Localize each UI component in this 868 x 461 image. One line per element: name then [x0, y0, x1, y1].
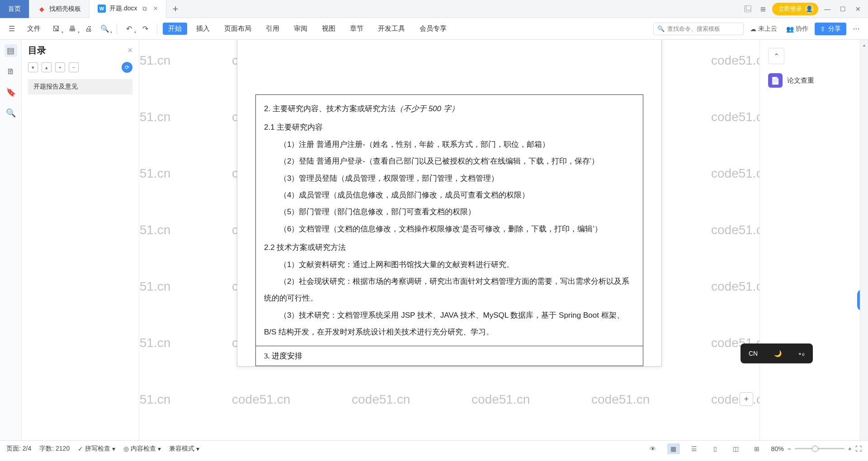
file-menu[interactable]: 文件: [22, 23, 46, 35]
list-item: （1）注册 普通用户注册-（姓名，性别，年龄，联系方式，部门，职位，邮箱）: [264, 136, 635, 153]
tab-document[interactable]: W开题.docx⧉×: [90, 0, 166, 18]
share-button[interactable]: ⇪分享: [815, 23, 846, 35]
sidebar-title: 目录: [28, 44, 46, 56]
tab-member[interactable]: 会员专享: [414, 23, 452, 35]
tab-reference[interactable]: 引用: [260, 23, 285, 35]
page-view-icon[interactable]: ▦: [667, 443, 680, 454]
list-item: （4）成员管理（成员信息修改，成员部门修改，成员可查看文档的权限）: [264, 187, 635, 203]
more-icon[interactable]: ⋯: [850, 23, 863, 35]
layout-icon[interactable]: ⿺: [741, 3, 754, 15]
share-icon: ⇪: [820, 25, 826, 33]
chevron-down-icon: ▾: [196, 445, 199, 452]
tab-view[interactable]: 视图: [316, 23, 341, 35]
close-icon[interactable]: ×: [153, 5, 157, 13]
chevron-down-icon: ▾: [112, 445, 115, 452]
document-canvas[interactable]: document.write(Array.from({length:7},(_,…: [139, 40, 760, 440]
add-page-button[interactable]: +: [740, 392, 753, 406]
sidebar-tools: ▾ ▴ + − ⟳: [28, 62, 132, 73]
zoom-slider[interactable]: [795, 448, 844, 449]
tab-start[interactable]: 开始: [163, 23, 187, 35]
undo-icon[interactable]: ↶: [123, 23, 135, 35]
toc-item[interactable]: 开题报告及意见: [28, 79, 132, 94]
print-direct-icon[interactable]: 🖨: [82, 23, 95, 35]
split-view-icon[interactable]: ◫: [730, 443, 742, 454]
tab-insert[interactable]: 插入: [191, 23, 215, 35]
spell-icon: ✓: [78, 445, 83, 452]
sidebar-close-icon[interactable]: ×: [127, 46, 132, 55]
search-panel-icon[interactable]: 🔍: [5, 107, 17, 119]
separator: [157, 24, 157, 34]
close-window-icon[interactable]: ✕: [852, 3, 864, 15]
share-label: 分享: [828, 25, 841, 33]
save-icon[interactable]: 🖫: [50, 23, 62, 35]
login-button[interactable]: 立即登录👤: [772, 3, 818, 15]
content-icon: ◎: [123, 445, 129, 452]
compat-label: 兼容模式: [169, 445, 194, 453]
tab-layout[interactable]: 页面布局: [219, 23, 257, 35]
apps-icon[interactable]: ⊞: [757, 3, 769, 15]
moon-icon: 🌙: [774, 350, 782, 357]
list-item: （2）登陆 普通用户登录-（查看自己部门以及已被授权的文档‘在线编辑，下载，打印…: [264, 153, 635, 169]
redo-icon[interactable]: ↷: [139, 23, 151, 35]
maximize-icon[interactable]: ☐: [836, 3, 849, 15]
expand-icon[interactable]: ▴: [42, 62, 52, 72]
doc-section-3: 3. 进度安排: [255, 346, 643, 366]
content-check[interactable]: ◎内容检查▾: [123, 445, 161, 453]
spell-label: 拼写检查: [85, 445, 110, 453]
word-count[interactable]: 字数: 2120: [39, 445, 70, 453]
tab-review[interactable]: 审阅: [288, 23, 313, 35]
collab-button[interactable]: 👥协作: [783, 25, 811, 33]
tab-developer[interactable]: 开发工具: [373, 23, 410, 35]
plagiarism-check[interactable]: 📄 论文查重: [760, 70, 868, 91]
new-tab-button[interactable]: +: [166, 0, 184, 18]
menu-icon[interactable]: ☰: [5, 23, 18, 35]
search-input[interactable]: 🔍查找命令、搜索模板: [653, 23, 744, 35]
zoom-value[interactable]: 80%: [771, 445, 784, 452]
chevron-down-icon: ▾: [158, 445, 161, 452]
grid-view-icon[interactable]: ⊞: [750, 443, 763, 454]
window-controls: ⿺ ⊞ 立即登录👤 — ☐ ✕: [741, 3, 868, 15]
list-item: （6）文档管理（文档的信息修改，文档操作权限修改‘是否可修改，删除，下载，打印，…: [264, 221, 635, 237]
list-item: （5）部门管理（部门信息修改，部门可查看文档的权限）: [264, 203, 635, 220]
tab-chapter[interactable]: 章节: [344, 23, 369, 35]
zoom-in-icon[interactable]: +: [848, 445, 852, 452]
zoom-out-icon[interactable]: −: [788, 445, 791, 452]
bookmark-icon[interactable]: 🔖: [5, 86, 17, 99]
popout-icon[interactable]: ⧉: [142, 5, 147, 13]
add-icon[interactable]: +: [55, 62, 65, 72]
check-icon: 📄: [768, 73, 783, 88]
document-page: 2. 主要研究内容、技术方案或研究方法（不少于 500 字） 2.1 主要研究内…: [237, 40, 662, 367]
tab-home[interactable]: 首页: [0, 0, 29, 18]
ribbon: ☰ 文件 🖫 🖶 🖨 🔍 ↶ ↷ 开始 插入 页面布局 引用 审阅 视图 章节 …: [0, 18, 868, 40]
vertical-toolbar: ▤ 🗎 🔖 🔍: [0, 40, 22, 440]
print-icon[interactable]: 🖶: [66, 23, 79, 35]
reading-mode-icon[interactable]: 👁: [646, 443, 659, 454]
sync-icon[interactable]: ⟳: [122, 62, 132, 73]
preview-icon[interactable]: 🔍: [99, 23, 111, 35]
collapse-panel-icon[interactable]: ⌃: [768, 48, 784, 64]
tab-templates[interactable]: ◆找稻壳模板: [29, 0, 90, 18]
section-note: （不少于 500 字）: [396, 104, 459, 113]
subsection: 2.2 技术方案或研究方法: [264, 239, 635, 256]
page-icon[interactable]: 🗎: [5, 65, 17, 78]
fit-icon[interactable]: ⛶: [855, 445, 862, 452]
ime-lang: CN: [749, 350, 758, 357]
minimize-icon[interactable]: —: [821, 3, 834, 15]
collapse-icon[interactable]: ▾: [28, 62, 38, 72]
cloud-status[interactable]: ☁未上云: [747, 25, 780, 33]
collab-icon: 👥: [786, 25, 794, 33]
ime-indicator[interactable]: CN🌙∘₀: [741, 343, 813, 363]
outline-view-icon[interactable]: ☰: [688, 443, 701, 454]
web-view-icon[interactable]: ▯: [709, 443, 722, 454]
right-panel: ⌃ 📄 论文查重: [760, 40, 868, 440]
list-item: （1）文献资料研究：通过上网和图书馆找大量的文献资料进行研究。: [264, 256, 635, 273]
remove-icon[interactable]: −: [69, 62, 79, 72]
outline-icon[interactable]: ▤: [5, 44, 17, 57]
search-placeholder: 查找命令、搜索模板: [667, 25, 720, 33]
tab-bar: 首页 ◆找稻壳模板 W开题.docx⧉× + ⿺ ⊞ 立即登录👤 — ☐ ✕: [0, 0, 868, 18]
sidebar: 目录 × ▾ ▴ + − ⟳ 开题报告及意见: [22, 40, 139, 440]
list-item: （3）技术研究：文档管理系统采用 JSP 技术、JAVA 技术、MySQL 数据…: [264, 307, 635, 341]
page-indicator[interactable]: 页面: 2/4: [6, 445, 31, 453]
compat-mode[interactable]: 兼容模式▾: [169, 445, 199, 453]
spell-check[interactable]: ✓拼写检查▾: [78, 445, 115, 453]
